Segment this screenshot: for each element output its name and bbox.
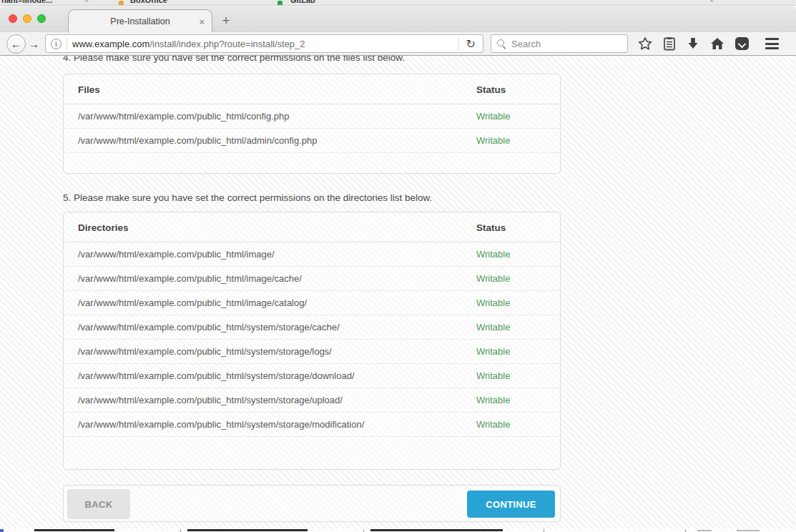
table-body: /var/www/html/example.com/public_html/im…	[64, 242, 560, 437]
status-badge: Writable	[476, 346, 546, 357]
divider	[458, 38, 459, 50]
step-5-instruction: 5. Please make sure you have set the cor…	[63, 192, 432, 203]
search-bar[interactable]	[491, 34, 628, 53]
tab-close-icon[interactable]: ×	[199, 16, 205, 27]
background-tab-label: GitLab	[290, 0, 315, 4]
step-4-instruction: 4. Please make sure you have set the cor…	[63, 56, 405, 63]
download-icon[interactable]	[687, 36, 699, 51]
table-row: /var/www/html/example.com/public_html/sy…	[64, 364, 560, 388]
divider	[67, 38, 67, 50]
column-header-status: Status	[476, 84, 546, 95]
directory-path: /var/www/html/example.com/public_html/sy…	[78, 395, 476, 405]
url-domain: www.example.com	[72, 39, 149, 49]
column-header-status: Status	[476, 222, 546, 233]
minimize-window-button[interactable]	[23, 14, 31, 23]
background-text-fragment	[187, 529, 308, 531]
directory-path: /var/www/html/example.com/public_html/sy…	[78, 346, 476, 357]
background-text-fragment	[697, 530, 712, 531]
background-text-fragment	[737, 530, 760, 531]
tab-title: Pre-Installation	[110, 16, 169, 26]
browser-window: Pre-Installation × + ← → i www.example.c…	[0, 6, 796, 532]
column-header-directories: Directories	[78, 222, 476, 233]
directory-path: /var/www/html/example.com/public_html/sy…	[78, 419, 476, 430]
directory-path: /var/www/html/example.com/public_html/im…	[78, 273, 476, 284]
file-path: /var/www/html/example.com/public_html/ad…	[78, 135, 476, 146]
pocket-icon[interactable]	[735, 37, 749, 50]
table-row: /var/www/html/example.com/public_html/im…	[64, 291, 560, 315]
directory-path: /var/www/html/example.com/public_html/im…	[78, 249, 476, 260]
divider	[363, 529, 364, 532]
status-badge: Writable	[476, 111, 546, 122]
zoom-window-button[interactable]	[37, 14, 46, 23]
tab-pre-installation[interactable]: Pre-Installation ×	[68, 9, 212, 33]
gitlab-favicon	[277, 1, 282, 6]
nav-buttons: ← →	[6, 34, 39, 54]
directory-path: /var/www/html/example.com/public_html/sy…	[78, 370, 476, 381]
table-row: /var/www/html/example.com/public_html/ad…	[64, 129, 560, 153]
back-button[interactable]: ←	[6, 34, 26, 54]
site-info-icon[interactable]: i	[51, 39, 62, 49]
status-badge: Writable	[476, 273, 546, 284]
boxoffice-favicon	[119, 1, 124, 6]
home-icon[interactable]	[710, 36, 724, 51]
reload-icon[interactable]: ↻	[464, 37, 478, 51]
table-row: /var/www/html/example.com/public_html/sy…	[64, 388, 560, 413]
status-badge: Writable	[476, 249, 546, 260]
status-badge: Writable	[476, 322, 546, 332]
table-row: /var/www/html/example.com/public_html/sy…	[64, 315, 560, 340]
back-icon: ←	[11, 38, 21, 50]
url-bar[interactable]: i www.example.com/install/index.php?rout…	[45, 34, 483, 53]
status-badge: Writable	[476, 419, 546, 430]
table-row: /var/www/html/example.com/public_html/im…	[64, 242, 560, 267]
directory-path: /var/www/html/example.com/public_html/sy…	[78, 322, 476, 332]
navigation-toolbar: ← → i www.example.com/install/index.php?…	[0, 32, 796, 56]
divider	[685, 529, 686, 532]
directories-table: Directories Status /var/www/html/example…	[63, 212, 561, 470]
url-path: /install/index.php?route=install/step_2	[149, 39, 305, 49]
table-row: /var/www/html/example.com/public_html/im…	[64, 267, 560, 291]
directory-path: /var/www/html/example.com/public_html/im…	[78, 297, 476, 308]
divider	[544, 529, 544, 532]
close-window-button[interactable]	[9, 14, 17, 23]
background-text-fragment	[34, 529, 114, 531]
table-row: /var/www/html/example.com/public_html/co…	[64, 104, 560, 129]
status-badge: Writable	[476, 297, 546, 308]
forward-icon: →	[29, 38, 39, 50]
status-badge: Writable	[476, 370, 546, 381]
back-step-button[interactable]: BACK	[67, 489, 130, 519]
forward-button[interactable]: →	[29, 38, 39, 50]
table-row: /var/www/html/example.com/public_html/sy…	[64, 340, 560, 364]
toolbar-icons	[638, 36, 779, 51]
url-text[interactable]: www.example.com/install/index.php?route=…	[72, 39, 453, 49]
status-badge: Writable	[476, 395, 546, 405]
background-tab-label: hant=linode...	[1, 0, 52, 4]
window-controls	[9, 14, 46, 23]
status-badge: Writable	[476, 135, 546, 146]
background-window-bottom-edge	[0, 529, 796, 532]
bookmarks-list-icon[interactable]	[663, 36, 676, 51]
divider	[180, 529, 181, 532]
close-icon: ×	[709, 0, 714, 4]
background-tab-label: BoxOffice	[130, 0, 167, 4]
column-header-files: Files	[78, 84, 476, 95]
menu-icon[interactable]	[765, 38, 779, 49]
background-text-fragment	[370, 529, 503, 531]
table-body: /var/www/html/example.com/public_html/co…	[64, 104, 560, 153]
table-header: Directories Status	[64, 212, 560, 242]
bookmark-star-icon[interactable]	[638, 36, 652, 51]
new-tab-button[interactable]: +	[217, 11, 235, 30]
files-table: Files Status /var/www/html/example.com/p…	[63, 74, 561, 174]
background-window-corner	[0, 529, 4, 532]
table-row: /var/www/html/example.com/public_html/sy…	[64, 413, 560, 437]
titlebar: Pre-Installation × +	[0, 6, 796, 32]
search-icon	[497, 39, 506, 49]
table-header: Files Status	[64, 74, 560, 104]
actions-panel: BACK CONTINUE	[63, 485, 561, 522]
background-window-tabstrip: hant=linode... × BoxOffice GitLab ×	[0, 0, 796, 6]
close-icon: ×	[84, 0, 89, 4]
continue-button[interactable]: CONTINUE	[467, 491, 555, 518]
search-input[interactable]	[511, 39, 637, 49]
file-path: /var/www/html/example.com/public_html/co…	[78, 111, 476, 122]
page-content: 4. Please make sure you have set the cor…	[0, 56, 796, 529]
